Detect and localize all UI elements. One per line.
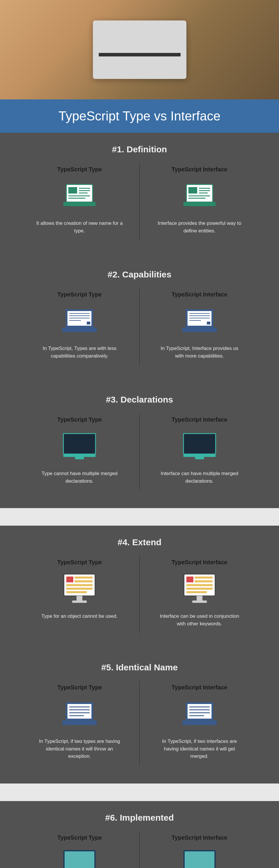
col-heading-interface: TypeScript Interface [151, 834, 248, 841]
svg-rect-1 [68, 187, 77, 193]
svg-rect-73 [184, 851, 215, 868]
svg-rect-9 [188, 187, 197, 193]
col-desc: In TypeScript, Interface provides us wit… [156, 345, 243, 360]
svg-rect-69 [182, 720, 217, 725]
col-desc: It allows the creation of new name for a… [36, 220, 123, 235]
col-heading-type: TypeScript Type [32, 166, 128, 173]
col-desc: Type for an object cannot be used. [36, 613, 123, 620]
svg-rect-54 [197, 596, 203, 600]
svg-rect-33 [63, 454, 96, 457]
col-interface: TypeScript Interface Interface members a… [140, 832, 259, 868]
svg-rect-57 [68, 704, 92, 719]
laptop-bluewhite-icon [32, 304, 128, 339]
svg-rect-30 [207, 321, 210, 324]
col-type: TypeScript Type It allows the creation o… [20, 163, 140, 240]
col-heading-interface: TypeScript Interface [151, 559, 248, 566]
svg-rect-64 [187, 704, 211, 719]
laptop-green-icon [32, 179, 128, 214]
col-heading-type: TypeScript Type [32, 684, 128, 691]
laptop-green-icon [151, 179, 248, 214]
svg-rect-35 [183, 434, 216, 454]
svg-rect-44 [66, 591, 87, 593]
col-type: TypeScript Type Type for an object canno… [20, 556, 140, 633]
laptop-lines-icon [151, 697, 248, 732]
divider [0, 783, 279, 801]
laptop-lines-icon [32, 697, 128, 732]
section-declarations: #3. Declarations TypeScript Type Type ca… [0, 383, 279, 508]
section-definition: #1. Definition TypeScript Type It allows… [0, 133, 279, 258]
svg-rect-42 [66, 584, 93, 586]
col-heading-interface: TypeScript Interface [151, 416, 248, 423]
svg-rect-23 [62, 328, 97, 332]
col-interface: TypeScript Interface Interface can have … [140, 413, 259, 491]
svg-rect-51 [186, 584, 213, 586]
svg-rect-36 [183, 454, 216, 457]
col-heading-interface: TypeScript Interface [151, 684, 248, 691]
svg-rect-39 [66, 577, 73, 582]
monitor-dark-icon [151, 429, 248, 464]
section-title: #6. Implemented [0, 813, 279, 823]
svg-rect-34 [75, 457, 84, 459]
col-desc: Interface can have multiple merged decla… [156, 470, 243, 485]
col-interface: TypeScript Interface Interface can be us… [140, 556, 259, 633]
svg-rect-31 [182, 328, 217, 332]
col-type: TypeScript Type Type cannot be implement… [20, 832, 140, 868]
col-interface: TypeScript Interface In TypeScript, if t… [140, 681, 259, 766]
svg-rect-22 [87, 321, 90, 324]
svg-rect-43 [66, 588, 93, 590]
desktop-red-icon [32, 571, 128, 607]
page-title: TypeScript Type vs Interface [0, 99, 279, 133]
desktop-red-icon [151, 571, 248, 607]
col-type: TypeScript Type In TypeScript, Types are… [20, 288, 140, 366]
laptop-bluewhite-icon [151, 304, 248, 339]
monitor-teal-icon [32, 847, 128, 868]
svg-rect-40 [74, 577, 93, 579]
section-implemented: #6. Implemented TypeScript Type Type can… [0, 801, 279, 868]
svg-rect-7 [63, 202, 96, 206]
col-type: TypeScript Type Type cannot have multipl… [20, 413, 140, 491]
col-interface: TypeScript Interface In TypeScript, Inte… [140, 288, 259, 366]
section-title: #2. Capabilities [0, 270, 279, 279]
col-heading-type: TypeScript Type [32, 291, 128, 298]
svg-rect-41 [74, 580, 93, 582]
svg-rect-48 [186, 577, 194, 582]
col-interface: TypeScript Interface Interface provides … [140, 163, 259, 240]
divider [0, 508, 279, 526]
monitor-teal-icon [151, 847, 248, 868]
section-extend: #4. Extend TypeScript Type Type for an o… [0, 526, 279, 651]
col-desc: Type cannot have multiple merged declara… [36, 470, 123, 485]
svg-rect-52 [186, 588, 213, 590]
svg-rect-32 [63, 434, 96, 454]
hero-image [0, 0, 279, 99]
monitor-dark-icon [32, 429, 128, 464]
col-desc: In TypeScript, if two interfaces are hav… [156, 738, 243, 760]
svg-rect-46 [72, 600, 87, 603]
section-title: #1. Definition [0, 145, 279, 154]
svg-rect-45 [76, 596, 82, 600]
col-type: TypeScript Type In TypeScript, if two ty… [20, 681, 140, 766]
col-heading-interface: TypeScript Interface [151, 291, 248, 298]
svg-rect-70 [64, 851, 95, 868]
col-desc: In TypeScript, Types are with less capab… [36, 345, 123, 360]
section-title: #3. Declarations [0, 395, 279, 405]
svg-rect-49 [195, 577, 213, 579]
col-desc: Interface provides the powerful way to d… [156, 220, 243, 235]
col-heading-type: TypeScript Type [32, 416, 128, 423]
section-capabilities: #2. Capabilities TypeScript Type In Type… [0, 258, 279, 383]
svg-rect-15 [183, 202, 216, 206]
svg-rect-50 [195, 580, 213, 582]
svg-rect-53 [186, 591, 207, 593]
svg-rect-62 [62, 720, 97, 725]
section-identical-name: #5. Identical Name TypeScript Type In Ty… [0, 651, 279, 783]
col-desc: In TypeScript, if two types are having i… [36, 738, 123, 760]
col-heading-interface: TypeScript Interface [151, 166, 248, 173]
section-title: #5. Identical Name [0, 662, 279, 673]
col-desc: Interface can be used in conjunction wit… [156, 613, 243, 627]
svg-rect-37 [195, 457, 204, 459]
section-title: #4. Extend [0, 537, 279, 547]
svg-rect-55 [192, 600, 207, 603]
col-heading-type: TypeScript Type [32, 834, 128, 841]
col-heading-type: TypeScript Type [32, 559, 128, 566]
